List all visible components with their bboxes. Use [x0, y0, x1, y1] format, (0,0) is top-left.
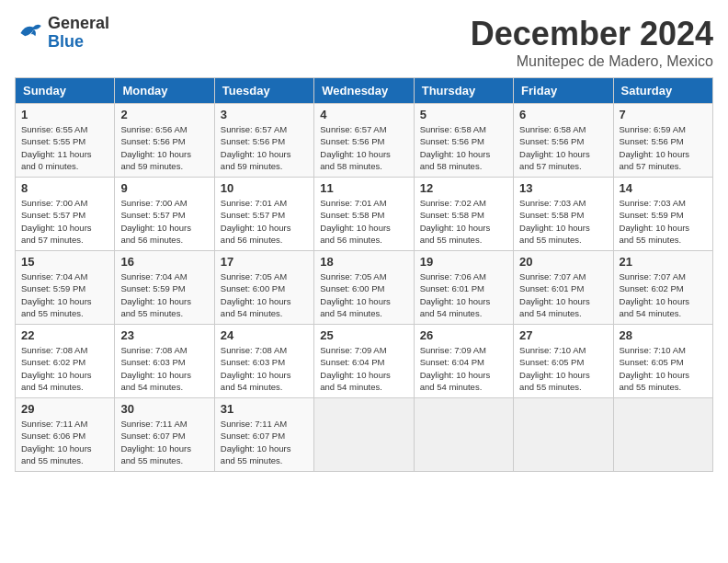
table-row: 29Sunrise: 7:11 AMSunset: 6:06 PMDayligh… [16, 398, 115, 472]
day-info: Sunrise: 7:08 AMSunset: 6:03 PMDaylight:… [120, 344, 208, 393]
day-number: 22 [21, 328, 108, 342]
day-number: 30 [120, 402, 208, 416]
calendar-header-row: Sunday Monday Tuesday Wednesday Thursday… [16, 78, 713, 104]
day-info: Sunrise: 6:57 AMSunset: 5:56 PMDaylight:… [320, 123, 407, 172]
day-info: Sunrise: 7:05 AMSunset: 6:00 PMDaylight:… [320, 270, 407, 319]
logo-general: General [48, 14, 109, 32]
day-info: Sunrise: 7:05 AMSunset: 6:00 PMDaylight:… [221, 270, 308, 319]
table-row: 13Sunrise: 7:03 AMSunset: 5:58 PMDayligh… [514, 178, 613, 251]
day-number: 31 [221, 402, 308, 416]
day-number: 4 [320, 108, 407, 121]
day-number: 25 [320, 328, 407, 342]
table-row: 17Sunrise: 7:05 AMSunset: 6:00 PMDayligh… [214, 251, 313, 325]
empty-cell [414, 398, 513, 472]
day-info: Sunrise: 7:01 AMSunset: 5:58 PMDaylight:… [320, 197, 407, 246]
calendar-table: Sunday Monday Tuesday Wednesday Thursday… [15, 77, 713, 472]
day-number: 23 [120, 328, 208, 342]
table-row: 25Sunrise: 7:09 AMSunset: 6:04 PMDayligh… [314, 325, 414, 398]
table-row: 16Sunrise: 7:04 AMSunset: 5:59 PMDayligh… [115, 251, 214, 325]
table-row: 24Sunrise: 7:08 AMSunset: 6:03 PMDayligh… [214, 325, 313, 398]
day-info: Sunrise: 6:58 AMSunset: 5:56 PMDaylight:… [519, 123, 607, 172]
table-row: 5Sunrise: 6:58 AMSunset: 5:56 PMDaylight… [414, 104, 513, 178]
day-number: 28 [620, 328, 707, 342]
day-number: 15 [21, 255, 108, 269]
day-info: Sunrise: 6:55 AMSunset: 5:55 PMDaylight:… [21, 123, 108, 172]
table-row: 28Sunrise: 7:10 AMSunset: 6:05 PMDayligh… [613, 325, 712, 398]
day-info: Sunrise: 7:10 AMSunset: 6:05 PMDaylight:… [620, 344, 707, 393]
day-number: 11 [320, 181, 407, 195]
table-row: 14Sunrise: 7:03 AMSunset: 5:59 PMDayligh… [613, 178, 712, 251]
day-number: 17 [221, 255, 308, 269]
day-number: 24 [221, 328, 308, 342]
day-number: 16 [120, 255, 208, 269]
day-number: 2 [120, 108, 208, 121]
table-row: 22Sunrise: 7:08 AMSunset: 6:02 PMDayligh… [16, 325, 115, 398]
day-info: Sunrise: 6:56 AMSunset: 5:56 PMDaylight:… [120, 123, 208, 172]
calendar-week-row: 22Sunrise: 7:08 AMSunset: 6:02 PMDayligh… [16, 325, 713, 398]
empty-cell [613, 398, 712, 472]
page-header: General Blue December 2024 Munitepec de … [15, 15, 713, 70]
table-row: 3Sunrise: 6:57 AMSunset: 5:56 PMDaylight… [214, 104, 313, 178]
logo-blue: Blue [48, 32, 84, 51]
calendar-week-row: 29Sunrise: 7:11 AMSunset: 6:06 PMDayligh… [16, 398, 713, 472]
table-row: 31Sunrise: 7:11 AMSunset: 6:07 PMDayligh… [214, 398, 313, 472]
day-info: Sunrise: 7:03 AMSunset: 5:59 PMDaylight:… [620, 197, 707, 246]
day-info: Sunrise: 7:10 AMSunset: 6:05 PMDaylight:… [519, 344, 607, 393]
day-info: Sunrise: 7:11 AMSunset: 6:07 PMDaylight:… [120, 418, 208, 466]
day-info: Sunrise: 7:01 AMSunset: 5:57 PMDaylight:… [221, 197, 308, 246]
day-info: Sunrise: 7:09 AMSunset: 6:04 PMDaylight:… [320, 344, 407, 393]
table-row: 20Sunrise: 7:07 AMSunset: 6:01 PMDayligh… [514, 251, 613, 325]
day-number: 10 [221, 181, 308, 195]
day-number: 29 [21, 402, 108, 416]
day-number: 1 [21, 108, 108, 121]
day-info: Sunrise: 7:03 AMSunset: 5:58 PMDaylight:… [519, 197, 607, 246]
table-row: 21Sunrise: 7:07 AMSunset: 6:02 PMDayligh… [613, 251, 712, 325]
day-info: Sunrise: 7:00 AMSunset: 5:57 PMDaylight:… [120, 197, 208, 246]
day-number: 12 [420, 181, 507, 195]
table-row: 11Sunrise: 7:01 AMSunset: 5:58 PMDayligh… [314, 178, 414, 251]
col-sunday: Sunday [16, 78, 115, 104]
table-row: 4Sunrise: 6:57 AMSunset: 5:56 PMDaylight… [314, 104, 414, 178]
day-info: Sunrise: 7:08 AMSunset: 6:02 PMDaylight:… [21, 344, 108, 393]
location-title: Munitepec de Madero, Mexico [471, 53, 713, 70]
logo-text: General Blue [48, 15, 109, 52]
day-number: 18 [320, 255, 407, 269]
day-info: Sunrise: 7:06 AMSunset: 6:01 PMDaylight:… [420, 270, 507, 319]
title-area: December 2024 Munitepec de Madero, Mexic… [471, 15, 713, 70]
logo: General Blue [15, 15, 109, 52]
col-wednesday: Wednesday [314, 78, 414, 104]
day-number: 7 [620, 108, 707, 121]
table-row: 1Sunrise: 6:55 AMSunset: 5:55 PMDaylight… [16, 104, 115, 178]
day-number: 9 [120, 181, 208, 195]
day-number: 27 [519, 328, 607, 342]
col-thursday: Thursday [414, 78, 513, 104]
day-info: Sunrise: 7:07 AMSunset: 6:01 PMDaylight:… [519, 270, 607, 319]
month-title: December 2024 [471, 15, 713, 53]
empty-cell [314, 398, 414, 472]
day-number: 13 [519, 181, 607, 195]
table-row: 2Sunrise: 6:56 AMSunset: 5:56 PMDaylight… [115, 104, 214, 178]
day-info: Sunrise: 7:02 AMSunset: 5:58 PMDaylight:… [420, 197, 507, 246]
day-info: Sunrise: 7:11 AMSunset: 6:06 PMDaylight:… [21, 418, 108, 466]
day-number: 21 [620, 255, 707, 269]
col-friday: Friday [514, 78, 613, 104]
col-saturday: Saturday [613, 78, 712, 104]
table-row: 18Sunrise: 7:05 AMSunset: 6:00 PMDayligh… [314, 251, 414, 325]
day-info: Sunrise: 7:00 AMSunset: 5:57 PMDaylight:… [21, 197, 108, 246]
table-row: 26Sunrise: 7:09 AMSunset: 6:04 PMDayligh… [414, 325, 513, 398]
day-number: 5 [420, 108, 507, 121]
table-row: 27Sunrise: 7:10 AMSunset: 6:05 PMDayligh… [514, 325, 613, 398]
day-info: Sunrise: 6:57 AMSunset: 5:56 PMDaylight:… [221, 123, 308, 172]
day-info: Sunrise: 7:11 AMSunset: 6:07 PMDaylight:… [221, 418, 308, 466]
table-row: 30Sunrise: 7:11 AMSunset: 6:07 PMDayligh… [115, 398, 214, 472]
day-info: Sunrise: 6:59 AMSunset: 5:56 PMDaylight:… [620, 123, 707, 172]
table-row: 10Sunrise: 7:01 AMSunset: 5:57 PMDayligh… [214, 178, 313, 251]
calendar-week-row: 15Sunrise: 7:04 AMSunset: 5:59 PMDayligh… [16, 251, 713, 325]
day-info: Sunrise: 7:08 AMSunset: 6:03 PMDaylight:… [221, 344, 308, 393]
logo-bird-icon [15, 18, 44, 48]
col-monday: Monday [115, 78, 214, 104]
day-info: Sunrise: 6:58 AMSunset: 5:56 PMDaylight:… [420, 123, 507, 172]
day-info: Sunrise: 7:04 AMSunset: 5:59 PMDaylight:… [120, 270, 208, 319]
day-info: Sunrise: 7:04 AMSunset: 5:59 PMDaylight:… [21, 270, 108, 319]
day-info: Sunrise: 7:09 AMSunset: 6:04 PMDaylight:… [420, 344, 507, 393]
